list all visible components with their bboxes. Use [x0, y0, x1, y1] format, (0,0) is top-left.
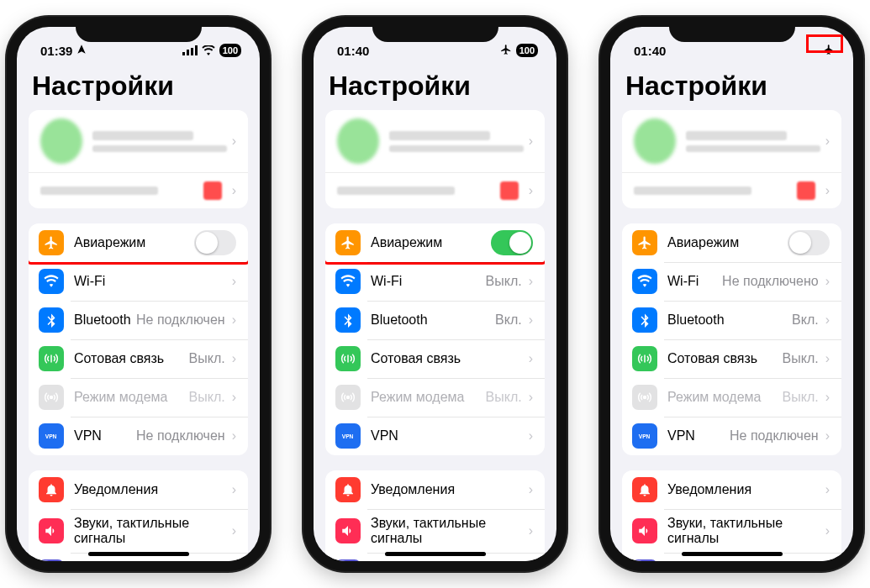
- speaker-icon: [335, 518, 361, 543]
- settings-row-wifi[interactable]: Wi-Fi›: [29, 262, 248, 301]
- chevron-right-icon: ›: [529, 351, 533, 366]
- page-title: Настройки: [29, 64, 248, 110]
- hotspot-icon: [632, 385, 657, 410]
- row-value: Вкл.: [495, 312, 522, 328]
- bluetooth-icon: [335, 307, 361, 333]
- settings-row-vpn[interactable]: VPNVPN›: [325, 417, 545, 455]
- settings-row-bluetooth[interactable]: BluetoothВкл.›: [622, 301, 841, 339]
- hotspot-icon: [39, 385, 64, 410]
- settings-row-wifi[interactable]: Wi-FiНе подключено›: [622, 262, 841, 301]
- badge-redacted: [203, 181, 222, 200]
- bell-icon: [39, 477, 64, 502]
- row-value: Не подключен: [136, 312, 225, 328]
- chevron-right-icon: ›: [232, 523, 236, 538]
- home-indicator: [88, 552, 189, 556]
- status-time: 01:40: [634, 44, 666, 58]
- phone-frame: 01:40 Настройки › › АвиарежимWi-FiНе: [600, 17, 863, 571]
- settings-row-wifi[interactable]: Wi-FiВыкл.›: [325, 262, 545, 301]
- svg-text:VPN: VPN: [342, 433, 354, 439]
- chevron-right-icon: ›: [232, 482, 236, 497]
- bell-icon: [335, 477, 361, 502]
- row-value: Не подключен: [136, 428, 225, 444]
- row-value: Выкл.: [486, 274, 522, 289]
- settings-row-speaker[interactable]: Звуки, тактильные сигналы›: [622, 509, 841, 553]
- bluetooth-icon: [39, 307, 64, 333]
- profile-name-redacted: [92, 131, 193, 140]
- profile-name-redacted: [686, 131, 787, 140]
- airplane-status-icon: [500, 44, 512, 58]
- settings-row-hotspot[interactable]: Режим модемаВыкл.›: [325, 378, 545, 417]
- row-label: Сотовая связь: [667, 351, 783, 366]
- row-value: Вкл.: [792, 312, 819, 328]
- settings-row-airplane[interactable]: Авиарежим: [29, 223, 248, 262]
- chevron-right-icon: ›: [529, 183, 533, 198]
- vpn-icon: VPN: [632, 423, 657, 449]
- wifi-icon: [335, 269, 361, 294]
- chevron-right-icon: ›: [529, 134, 533, 149]
- profile-card[interactable]: › ›: [622, 110, 841, 208]
- settings-row-vpn[interactable]: VPNVPNНе подключен›: [29, 417, 248, 455]
- moon-icon: [632, 559, 657, 561]
- airplane-toggle[interactable]: [194, 230, 236, 255]
- airplane-toggle[interactable]: [491, 230, 533, 255]
- settings-row-bell[interactable]: Уведомления›: [29, 470, 248, 509]
- badge-redacted: [797, 181, 815, 200]
- settings-row-airplane[interactable]: Авиарежим: [622, 223, 841, 262]
- settings-row-cellular[interactable]: Сотовая связьВыкл.›: [29, 339, 248, 378]
- screen: 01:39 100 Настройки › › АвиарежимWi-Fi: [17, 27, 260, 561]
- phone-frame: 01:39 100 Настройки › › АвиарежимWi-Fi: [7, 17, 270, 571]
- avatar: [40, 118, 82, 164]
- settings-row-bluetooth[interactable]: BluetoothНе подключен›: [29, 301, 248, 339]
- svg-rect-0: [182, 52, 185, 55]
- settings-row-hotspot[interactable]: Режим модемаВыкл.›: [29, 378, 248, 417]
- settings-row-cellular[interactable]: Сотовая связь›: [325, 339, 545, 378]
- profile-subtitle-redacted: [92, 145, 227, 152]
- row-label: Wi-Fi: [371, 274, 486, 289]
- chevron-right-icon: ›: [232, 134, 236, 149]
- wifi-status-icon: [202, 44, 215, 58]
- svg-rect-1: [187, 50, 189, 55]
- row-label: VPN: [74, 428, 136, 444]
- chevron-right-icon: ›: [529, 312, 533, 328]
- row-label: Режим модема: [667, 390, 783, 405]
- wifi-icon: [632, 269, 657, 294]
- cellular-icon: [335, 346, 361, 371]
- location-icon: [76, 44, 87, 58]
- row-label: Звуки, тактильные сигналы: [667, 516, 820, 546]
- chevron-right-icon: ›: [825, 351, 830, 366]
- chevron-right-icon: ›: [529, 482, 533, 497]
- profile-card[interactable]: › ›: [29, 110, 248, 208]
- svg-text:VPN: VPN: [639, 433, 651, 439]
- svg-rect-2: [191, 48, 193, 55]
- screen: 01:40 100 Настройки › › АвиарежимWi-Fi: [314, 27, 556, 561]
- settings-row-speaker[interactable]: Звуки, тактильные сигналы›: [325, 509, 545, 553]
- chevron-right-icon: ›: [825, 523, 830, 538]
- row-label: VPN: [371, 428, 524, 444]
- row-label: Режим модема: [371, 390, 486, 405]
- settings-row-hotspot[interactable]: Режим модемаВыкл.›: [622, 378, 841, 417]
- settings-row-bell[interactable]: Уведомления›: [325, 470, 545, 509]
- subrow-redacted: [40, 186, 158, 195]
- profile-card[interactable]: › ›: [325, 110, 545, 208]
- row-value: Выкл.: [189, 390, 225, 405]
- row-label: Авиарежим: [667, 235, 788, 250]
- row-value: Выкл.: [783, 351, 819, 366]
- home-indicator: [385, 552, 486, 556]
- row-value: Выкл.: [189, 351, 225, 366]
- settings-row-vpn[interactable]: VPNVPNНе подключен›: [622, 417, 841, 455]
- settings-row-bluetooth[interactable]: BluetoothВкл.›: [325, 301, 545, 339]
- settings-row-cellular[interactable]: Сотовая связьВыкл.›: [622, 339, 841, 378]
- airplane-toggle[interactable]: [788, 230, 830, 255]
- settings-row-bell[interactable]: Уведомления›: [622, 470, 841, 509]
- settings-row-airplane[interactable]: Авиарежим: [325, 223, 545, 262]
- svg-text:VPN: VPN: [45, 433, 57, 439]
- row-value: Не подключен: [730, 428, 819, 444]
- settings-row-speaker[interactable]: Звуки, тактильные сигналы›: [29, 509, 248, 553]
- page-title: Настройки: [325, 64, 545, 110]
- profile-name-redacted: [389, 131, 490, 140]
- chevron-right-icon: ›: [529, 274, 533, 289]
- status-highlight: [806, 34, 843, 53]
- cellular-icon: [632, 346, 657, 371]
- chevron-right-icon: ›: [825, 183, 830, 198]
- screen: 01:40 Настройки › › АвиарежимWi-FiНе: [610, 27, 853, 561]
